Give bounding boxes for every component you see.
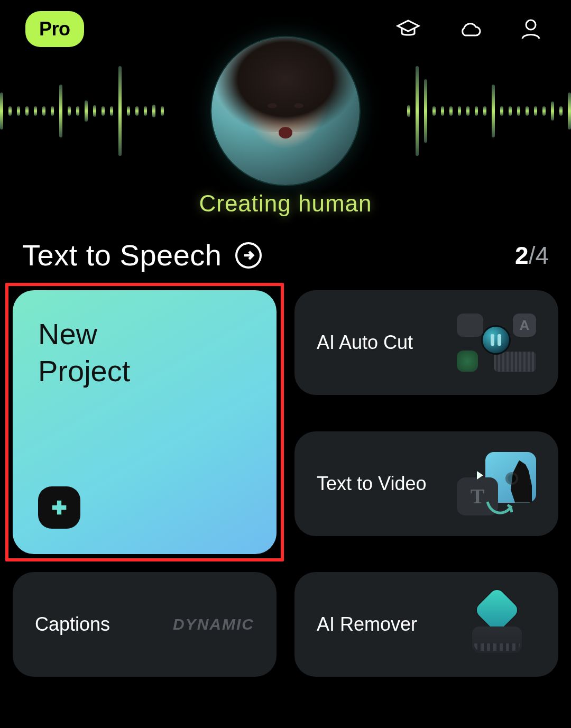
- app-header: Pro: [0, 0, 571, 58]
- pro-badge[interactable]: Pro: [25, 11, 84, 47]
- section-title-text: Text to Speech: [22, 238, 222, 272]
- new-project-label: New Project: [38, 316, 251, 390]
- plus-icon: [38, 486, 80, 529]
- graduation-cap-icon[interactable]: [393, 14, 423, 44]
- ai-remover-icon: [457, 595, 536, 653]
- section-header: Text to Speech 2/4: [0, 238, 571, 272]
- text-to-video-icon: T: [457, 455, 536, 513]
- tile-label: Captions: [35, 613, 110, 635]
- counter-sep: /: [529, 242, 536, 269]
- counter-current: 2: [515, 242, 529, 269]
- arrow-right-circle-icon: [235, 242, 262, 269]
- ai-remover-tile[interactable]: AI Remover: [294, 572, 558, 677]
- header-actions: [393, 14, 546, 44]
- text-to-video-tile[interactable]: Text to Video T: [294, 431, 558, 536]
- new-project-tile-wrapper: New Project: [13, 290, 277, 554]
- ai-auto-cut-tile[interactable]: AI Auto Cut A: [294, 290, 558, 395]
- page-counter: 2/4: [515, 241, 549, 270]
- ai-auto-cut-icon: A: [457, 314, 536, 372]
- new-project-tile[interactable]: New Project: [13, 290, 277, 554]
- tile-label: AI Auto Cut: [317, 331, 413, 354]
- tile-label: AI Remover: [317, 613, 417, 635]
- counter-total: 4: [535, 242, 549, 269]
- captions-dynamic-icon: DYNAMIC: [173, 616, 254, 632]
- section-title[interactable]: Text to Speech: [22, 238, 262, 272]
- svg-point-0: [526, 20, 536, 30]
- profile-icon[interactable]: [516, 14, 546, 44]
- hero-caption: Creating human: [0, 190, 571, 217]
- tile-label: Text to Video: [317, 473, 426, 495]
- avatar: [211, 37, 360, 185]
- cloud-icon[interactable]: [455, 14, 484, 44]
- captions-tile[interactable]: Captions DYNAMIC: [13, 572, 277, 677]
- tools-grid: New Project AI Auto Cut A Text to Video: [0, 272, 571, 677]
